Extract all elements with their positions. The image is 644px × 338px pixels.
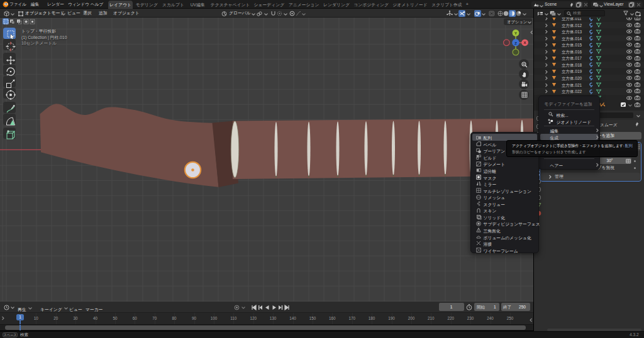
mode-selector[interactable]: オブジェクトモード — [25, 9, 64, 18]
sidebar-toggle-icon[interactable] — [530, 30, 533, 35]
menu-item-生成[interactable]: 生成 — [540, 134, 598, 140]
outliner-row-立方体.021[interactable]: 立方体.021 — [534, 82, 644, 89]
outliner-filter-obj-icon[interactable] — [550, 11, 556, 16]
expand-icon[interactable] — [545, 63, 548, 67]
playback-jump-end-icon[interactable] — [284, 305, 290, 310]
timeline-editor-dropdown-icon[interactable] — [10, 305, 14, 309]
expand-icon[interactable] — [545, 76, 548, 80]
outliner-row-立方体.020[interactable]: 立方体.020 — [534, 75, 644, 82]
menu-item-ヘアー[interactable]: ヘアー — [540, 161, 598, 168]
outliner-display-dropdown-icon[interactable] — [544, 12, 548, 16]
shading-wireframe-icon[interactable] — [497, 11, 503, 16]
outliner-filter-obj-dropdown-icon[interactable] — [557, 12, 561, 16]
viewport-menu-2[interactable]: 追加 — [99, 9, 108, 18]
disable-camera-icon[interactable] — [635, 43, 640, 48]
submenu-item-デシメート[interactable]: デシメート — [472, 160, 537, 167]
hide-eye-icon[interactable] — [626, 18, 632, 21]
fret-slot-5[interactable] — [392, 121, 395, 176]
scene-dropdown-icon[interactable] — [539, 4, 543, 8]
copy-icon[interactable] — [576, 2, 582, 8]
timeline-expand-icon[interactable] — [1, 316, 4, 321]
pivot-dropdown-icon[interactable] — [264, 12, 268, 16]
workspace-tab-2[interactable]: モデリング — [135, 1, 159, 9]
fret-slot-1[interactable] — [275, 122, 278, 177]
timeline-scrollbar[interactable] — [5, 325, 526, 330]
submenu-item-ボリュームのメッシュ化[interactable]: ボリュームのメッシュ化 — [472, 233, 537, 240]
disable-camera-icon[interactable] — [635, 75, 640, 80]
pin-icon[interactable] — [635, 122, 640, 128]
fret-slot-6[interactable] — [418, 121, 421, 175]
decorator-dot[interactable] — [634, 167, 636, 169]
properties-options-dropdown-icon[interactable] — [636, 114, 641, 117]
workspace-tab-4[interactable]: UV編集 — [187, 1, 208, 9]
shading-solid-icon[interactable] — [503, 11, 509, 16]
disable-camera-icon[interactable] — [635, 29, 640, 34]
expand-icon[interactable] — [545, 89, 548, 94]
outliner-row-立方体.016[interactable]: 立方体.016 — [534, 48, 644, 55]
workspace-tab-7[interactable]: アニメーション — [287, 1, 320, 9]
orientation-dropdown-icon[interactable] — [251, 12, 255, 16]
angle-input-icon[interactable] — [626, 159, 631, 163]
viewport-menu-0[interactable]: ビュー — [67, 9, 80, 18]
workspace-tab-6[interactable]: シェーディング — [253, 1, 286, 9]
navigation-gizmo[interactable]: YXZ — [502, 26, 530, 58]
disable-camera-icon[interactable] — [635, 56, 640, 61]
viewport-menu-1[interactable]: 選択 — [83, 9, 92, 18]
topbar-menu-2[interactable]: レンダー — [47, 0, 64, 9]
outliner-funnel-icon[interactable] — [623, 11, 629, 16]
submenu-item-ソリッド化[interactable]: ソリッド化 — [472, 214, 537, 221]
hide-eye-icon[interactable] — [626, 76, 632, 80]
select-mode-invert-icon[interactable] — [23, 19, 29, 25]
autokey-dropdown-icon[interactable] — [241, 305, 245, 309]
select-mode-extend-icon[interactable] — [9, 19, 15, 25]
modifier-dropdown-icon[interactable] — [628, 103, 632, 107]
workspace-tab-1[interactable]: レイアウト — [108, 1, 133, 9]
nut-slot[interactable] — [231, 121, 239, 178]
outliner-row-立方体.019[interactable]: 立方体.019 — [534, 68, 644, 75]
outliner-row-立方体.014[interactable]: 立方体.014 — [534, 35, 644, 42]
topbar-menu-1[interactable]: 編集 — [31, 0, 39, 9]
playback-prev-keyframe-icon[interactable] — [258, 305, 264, 310]
timeline-menu-0[interactable]: 再生 — [18, 305, 26, 314]
viewlayer-icon[interactable] — [593, 3, 599, 7]
workspace-tab-8[interactable]: レンダリング — [322, 1, 351, 9]
show-gizmo-icon[interactable] — [447, 11, 453, 16]
select-mode-set-icon[interactable] — [3, 19, 9, 25]
disable-camera-icon[interactable] — [635, 82, 640, 87]
auto-keying-icon[interactable] — [234, 305, 240, 310]
expand-icon[interactable] — [545, 83, 548, 87]
decorator-dot[interactable] — [634, 160, 636, 162]
menu-item-search[interactable]: 検索... — [540, 111, 598, 117]
expand-icon[interactable] — [545, 43, 548, 47]
outliner-row-立方体.015[interactable]: 立方体.015 — [534, 41, 644, 48]
workspace-tab-11[interactable]: スクリプト作成 — [430, 1, 463, 9]
current-frame-marker[interactable]: 1 — [16, 314, 24, 321]
topbar-menu-0[interactable]: ファイル — [9, 0, 26, 9]
expand-icon[interactable] — [545, 56, 548, 60]
snap-magnet-icon[interactable] — [270, 11, 276, 16]
disable-camera-icon[interactable] — [635, 102, 640, 107]
proportional-editing-icon[interactable] — [289, 11, 295, 16]
topbar-menu-3[interactable]: ウィンドウ — [68, 0, 89, 9]
disable-camera-icon[interactable] — [635, 49, 640, 54]
topbar-menu-4[interactable]: ヘルプ — [91, 0, 103, 9]
shading-dropdown-icon[interactable] — [522, 12, 526, 16]
snap-dropdown-icon[interactable] — [283, 12, 287, 16]
scene-unlink-icon[interactable] — [584, 3, 588, 7]
viewlayer-dropdown-icon[interactable] — [599, 4, 603, 8]
submenu-item-辺分離[interactable]: 辺分離 — [472, 167, 537, 174]
hide-eye-icon[interactable] — [626, 50, 632, 54]
disable-camera-icon[interactable] — [635, 69, 640, 74]
fret-slot-7[interactable] — [444, 121, 447, 175]
expand-icon[interactable] — [545, 36, 548, 41]
workspace-tab-5[interactable]: テクスチャペイント — [209, 1, 250, 9]
outliner-funnel-dropdown-icon[interactable] — [630, 12, 634, 16]
overlays-dropdown-icon[interactable] — [466, 12, 470, 16]
submenu-item-スキン[interactable]: スキン — [472, 207, 537, 214]
playback-jump-start-icon[interactable] — [251, 305, 257, 310]
outliner-row-立方体.022[interactable]: 立方体.022 — [534, 88, 644, 95]
timeline-menu-1[interactable]: キーイング — [40, 305, 62, 314]
hide-eye-icon[interactable] — [626, 56, 632, 60]
outliner-row-立方体.017[interactable]: 立方体.017 — [534, 55, 644, 62]
select-mode-subtract-icon[interactable] — [16, 19, 22, 25]
